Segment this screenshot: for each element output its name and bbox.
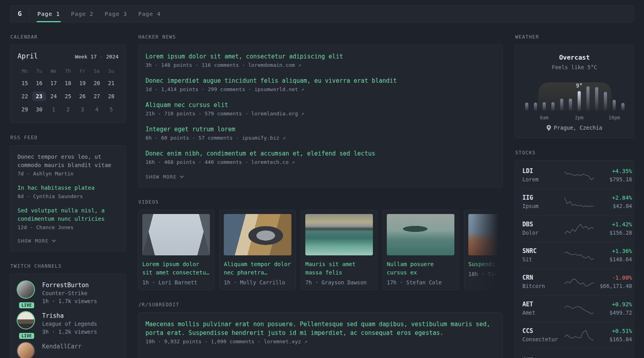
video-thumbnail[interactable] — [224, 214, 291, 255]
avatar[interactable] — [17, 281, 34, 298]
video-thumbnail[interactable] — [142, 214, 210, 255]
video-title-link[interactable]: Mauris sit amet massa felis — [305, 260, 373, 277]
rss-feed-widget: Donec tempor eros leo, ut commodo mauris… — [10, 145, 126, 251]
videos-row-wrap: Lorem ipsum dolor sit amet consectetu… 1… — [138, 210, 503, 290]
video-card[interactable]: Aliquam tempor dolor nec pharetra… 1h · … — [219, 210, 296, 290]
twitch-channels-widget: LIVE ForrestBurton Counter-Strike 1h · 1… — [10, 274, 126, 358]
stock-row[interactable]: SNRCSit +1.36%$148.64 — [522, 242, 627, 268]
hn-item-title-link[interactable]: Donec enim nibh, condimentum et accumsan… — [145, 149, 495, 158]
rss-item-title-link[interactable]: Donec tempor eros leo, ut commodo mauris… — [17, 153, 118, 169]
hour-bar — [543, 102, 546, 111]
stock-row[interactable]: CRNBitcorn -1.00%$66,171.48 — [522, 268, 627, 295]
stock-row[interactable]: CCSConsectetur +0.51%$165.84 — [522, 322, 627, 348]
video-meta: 7h · Grayson Dawson — [305, 279, 373, 286]
weather-condition: Overcast — [522, 54, 627, 61]
video-title-link[interactable]: Aliquam tempor dolor nec pharetra… — [224, 260, 291, 277]
stock-row[interactable]: IIGIpsum +2.84%$42.04 — [522, 189, 627, 215]
video-card[interactable]: Suspendisse diam 18h · Tara — [464, 210, 503, 290]
hour-bar — [621, 103, 625, 111]
twitch-avatar-wrap — [17, 342, 36, 358]
rss-item: Donec tempor eros leo, ut commodo mauris… — [17, 153, 118, 178]
calendar-date: 30 — [32, 103, 46, 115]
video-thumbnail[interactable] — [468, 214, 503, 255]
calendar-date: 26 — [75, 90, 89, 102]
weekday-label: We — [47, 66, 61, 76]
stock-change: +0.92% — [598, 300, 632, 309]
hour-bar — [604, 92, 607, 111]
video-title-link[interactable]: Nullam posuere cursus ex — [387, 260, 454, 277]
hackernews-section-label: HACKER NEWS — [138, 34, 503, 40]
avatar[interactable] — [17, 342, 34, 358]
hn-item-title-link[interactable]: Aliquam nec cursus elit — [145, 101, 495, 109]
video-title-link[interactable]: Suspendisse diam — [468, 260, 503, 268]
twitch-channel-name-link[interactable]: KendallCarr — [42, 342, 81, 350]
stock-name: Ipsum — [522, 202, 561, 210]
subreddit-widget: Maecenas mollis pulvinar erat non posuer… — [138, 312, 503, 358]
stock-change: +1.42% — [598, 220, 632, 229]
video-card[interactable]: Mauris sit amet massa felis 7h · Grayson… — [301, 210, 377, 290]
calendar-date: 15 — [17, 77, 32, 89]
stock-row[interactable]: LDILorem +4.35%$795.18 — [522, 162, 627, 189]
calendar-date: 27 — [89, 90, 104, 102]
calendar-date: 20 — [89, 77, 104, 89]
current-temperature: 9° — [576, 82, 583, 89]
stock-change: +0.46% — [598, 356, 632, 358]
calendar-week: Week 17 — [75, 54, 97, 60]
twitch-channel-name-link[interactable]: Trisha — [42, 312, 97, 320]
hour-bar — [586, 86, 590, 111]
tab-page-3[interactable]: Page 3 — [99, 6, 133, 22]
rss-item-title-link[interactable]: In hac habitasse platea — [17, 184, 118, 192]
calendar-year: 2024 — [106, 54, 118, 60]
tab-page-4[interactable]: Page 4 — [133, 6, 167, 22]
video-thumbnail[interactable] — [305, 214, 373, 255]
video-title-link[interactable]: Lorem ipsum dolor sit amet consectetu… — [142, 260, 210, 277]
stock-symbol: CRN — [522, 274, 561, 282]
external-link-icon: ↗ — [304, 339, 307, 344]
video-thumbnail[interactable] — [387, 214, 454, 255]
video-card[interactable]: Lorem ipsum dolor sit amet consectetu… 1… — [138, 210, 214, 290]
video-card[interactable]: Nullam posuere cursus ex 17h · Stefan Co… — [382, 210, 459, 290]
hn-item-title-link[interactable]: Integer eget rutrum lorem — [145, 125, 495, 134]
reddit-post-title-link[interactable]: Maecenas mollis pulvinar erat non posuer… — [145, 320, 495, 337]
stock-price: $165.84 — [598, 335, 632, 344]
stock-name: Amet — [522, 309, 561, 317]
stock-change: +1.36% — [598, 247, 632, 255]
video-meta: 17h · Stefan Cole — [387, 279, 454, 286]
tab-page-1[interactable]: Page 1 — [32, 6, 66, 22]
twitch-channel: KendallCarr — [17, 342, 118, 358]
twitch-channel-name-link[interactable]: ForrestBurton — [42, 281, 97, 289]
hn-show-more-button[interactable]: SHOW MORE — [145, 174, 184, 180]
external-link-icon: ↗ — [292, 159, 295, 165]
stock-sparkline — [564, 195, 594, 209]
rss-item-title-link[interactable]: Sed volutpat nulla nisl, a condimentum n… — [17, 206, 118, 223]
video-meta: 18h · Tara — [468, 271, 503, 277]
weather-location: Prague, Czechia — [547, 125, 602, 131]
hn-meta-text: 6h · 60 points · 57 comments · ipsumify.… — [145, 135, 279, 141]
calendar-date: 25 — [61, 90, 75, 102]
stock-sparkline — [564, 275, 594, 289]
stock-row[interactable]: AHS +0.46% — [522, 348, 627, 358]
hour-bar — [525, 103, 528, 111]
hn-item-title-link[interactable]: Donec imperdiet augue tincidunt felis al… — [145, 76, 495, 85]
stock-symbol: CCS — [522, 327, 561, 335]
stock-sparkline — [564, 328, 594, 342]
rss-item: In hac habitasse platea 8d · Cynthia Sau… — [17, 184, 118, 200]
twitch-avatar-wrap: LIVE — [17, 312, 36, 336]
stock-symbol: DBS — [522, 220, 561, 229]
daylight-region — [538, 82, 611, 111]
calendar-date: 22 — [17, 90, 32, 102]
avatar[interactable] — [17, 312, 34, 329]
rss-show-more-button[interactable]: SHOW MORE — [17, 238, 56, 244]
stock-sparkline — [564, 248, 594, 263]
stock-row[interactable]: AETAmet +0.92%$499.72 — [522, 295, 627, 322]
hn-meta-text: 1d · 1,414 points · 299 comments · ipsum… — [145, 86, 298, 92]
stock-row[interactable]: DBSDolor +1.42%$156.28 — [522, 215, 627, 242]
hn-item-title-link[interactable]: Lorem ipsum dolor sit amet, consectetur … — [145, 52, 495, 61]
current-hour-bar — [578, 91, 581, 111]
weekday-label: Mo — [17, 66, 32, 76]
tab-page-2[interactable]: Page 2 — [66, 6, 99, 22]
calendar-date-selected: 23 — [32, 90, 46, 102]
hn-item-meta: 6h · 60 points · 57 comments · ipsumify.… — [145, 134, 495, 142]
stock-price: $148.64 — [598, 255, 632, 264]
time-label: 2pm — [575, 115, 584, 121]
